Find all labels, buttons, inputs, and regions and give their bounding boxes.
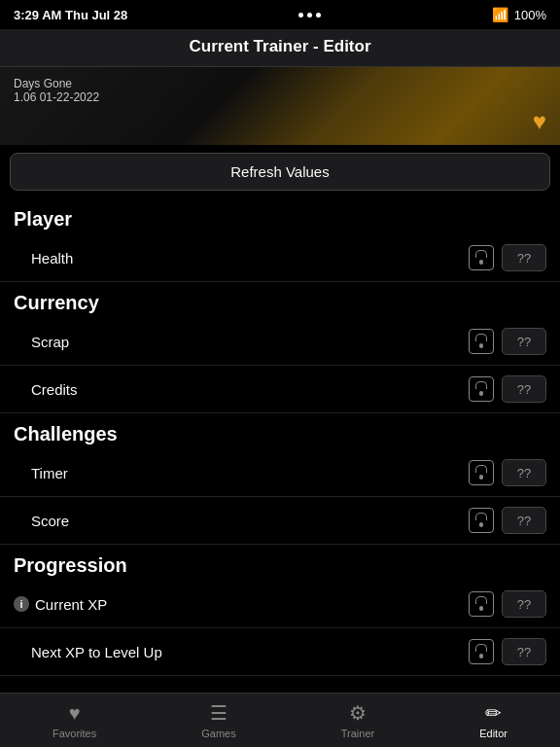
row-current-xp: iCurrent XP?? [0, 581, 560, 628]
lock-icon-next-xp[interactable] [469, 639, 494, 664]
lock-icon-current-xp[interactable] [469, 591, 494, 617]
value-score[interactable]: ?? [502, 507, 546, 534]
lock-icon-health[interactable] [469, 245, 494, 270]
row-level: Level?? [0, 676, 560, 683]
row-label-current-xp: Current XP [35, 596, 469, 613]
favorite-heart-icon[interactable]: ♥ [533, 108, 546, 135]
tab-favorites[interactable]: ♥Favorites [41, 698, 108, 743]
content-scroll: PlayerHealth??CurrencyScrap??Credits??Ch… [0, 198, 560, 683]
status-time: 3:29 AM Thu Jul 28 [14, 8, 127, 22]
header: Current Trainer - Editor [0, 29, 560, 67]
tab-bar: ♥Favorites☰Games⚙Trainer✏Editor [0, 693, 560, 747]
row-label-health: Health [14, 250, 469, 267]
lock-icon-timer[interactable] [469, 460, 494, 485]
section-header-player: Player [0, 198, 560, 234]
status-dots [298, 13, 321, 18]
page-title: Current Trainer - Editor [0, 37, 560, 56]
value-health[interactable]: ?? [502, 244, 546, 271]
hero-game-name: Days Gone [14, 77, 99, 90]
dot-1 [298, 13, 303, 18]
value-next-xp[interactable]: ?? [502, 638, 546, 665]
status-right: 📶 100% [492, 7, 546, 22]
row-label-credits: Credits [14, 381, 469, 398]
lock-icon-scrap[interactable] [469, 329, 494, 354]
dot-2 [307, 13, 312, 18]
dot-3 [316, 13, 321, 18]
row-next-xp: Next XP to Level Up?? [0, 628, 560, 676]
value-current-xp[interactable]: ?? [502, 590, 546, 618]
row-timer: Timer?? [0, 449, 560, 497]
row-label-timer: Timer [14, 465, 469, 481]
tab-icon-games: ☰ [210, 701, 228, 725]
status-bar: 3:29 AM Thu Jul 28 📶 100% [0, 0, 560, 29]
tab-label-trainer: Trainer [341, 728, 374, 739]
hero-info: Days Gone 1.06 01-22-2022 [14, 77, 99, 104]
tab-games[interactable]: ☰Games [190, 697, 247, 743]
hero-version: 1.06 01-22-2022 [14, 90, 99, 104]
row-score: Score?? [0, 497, 560, 545]
tab-icon-trainer: ⚙ [349, 701, 367, 725]
tab-editor[interactable]: ✏Editor [468, 697, 519, 743]
row-scrap: Scrap?? [0, 318, 560, 366]
battery-level: 100% [514, 8, 546, 22]
tab-label-editor: Editor [479, 728, 508, 739]
section-header-currency: Currency [0, 282, 560, 318]
lock-icon-credits[interactable] [469, 376, 494, 402]
section-header-challenges: Challenges [0, 413, 560, 449]
row-health: Health?? [0, 234, 560, 282]
info-icon-current-xp[interactable]: i [14, 596, 29, 612]
lock-icon-score[interactable] [469, 508, 494, 533]
tab-label-favorites: Favorites [52, 728, 96, 739]
value-scrap[interactable]: ?? [502, 328, 546, 355]
value-credits[interactable]: ?? [502, 375, 546, 403]
value-timer[interactable]: ?? [502, 459, 546, 486]
row-label-scrap: Scrap [14, 334, 469, 350]
tab-icon-editor: ✏ [485, 701, 502, 725]
row-label-score: Score [14, 513, 469, 529]
row-label-next-xp: Next XP to Level Up [14, 644, 469, 660]
section-header-progression: Progression [0, 545, 560, 581]
wifi-icon: 📶 [492, 7, 508, 22]
row-credits: Credits?? [0, 366, 560, 413]
tab-trainer[interactable]: ⚙Trainer [330, 697, 386, 743]
hero-banner: Days Gone 1.06 01-22-2022 ♥ [0, 67, 560, 145]
tab-icon-favorites: ♥ [69, 702, 81, 725]
refresh-button[interactable]: Refresh Values [10, 153, 550, 191]
tab-label-games: Games [201, 728, 235, 739]
